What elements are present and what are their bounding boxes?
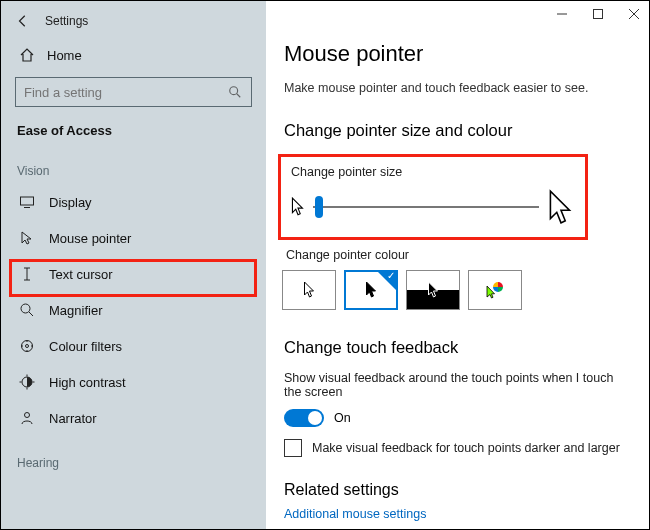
sidebar-item-label: High contrast xyxy=(49,375,126,390)
slider-thumb[interactable] xyxy=(315,196,323,218)
svg-point-20 xyxy=(25,413,30,418)
sidebar-item-label: Text cursor xyxy=(49,267,113,282)
svg-rect-2 xyxy=(21,197,34,205)
sidebar-home[interactable]: Home xyxy=(1,39,266,71)
display-icon xyxy=(19,194,35,210)
sidebar-item-label: Colour filters xyxy=(49,339,122,354)
page-subtitle: Make mouse pointer and touch feedback ea… xyxy=(284,81,625,95)
text-cursor-icon xyxy=(19,266,35,282)
cursor-large-icon xyxy=(547,189,575,225)
colour-filters-icon xyxy=(19,338,35,354)
colour-option-white[interactable] xyxy=(282,270,336,310)
toggle-knob xyxy=(308,411,322,425)
svg-rect-22 xyxy=(594,10,603,19)
sidebar-item-colour-filters[interactable]: Colour filters xyxy=(1,328,266,364)
svg-point-9 xyxy=(22,341,33,352)
sidebar-item-label: Mouse pointer xyxy=(49,231,131,246)
sidebar-item-label: Magnifier xyxy=(49,303,102,318)
search-input[interactable] xyxy=(15,77,252,107)
slider-track xyxy=(313,206,539,208)
sidebar-item-mouse-pointer[interactable]: Mouse pointer xyxy=(1,220,266,256)
sidebar-item-display[interactable]: Display xyxy=(1,184,266,220)
darker-larger-label: Make visual feedback for touch points da… xyxy=(312,441,620,455)
colour-option-custom[interactable] xyxy=(468,270,522,310)
colour-option-black[interactable] xyxy=(344,270,398,310)
sidebar-item-magnifier[interactable]: Magnifier xyxy=(1,292,266,328)
pointer-size-label: Change pointer size xyxy=(291,165,575,179)
high-contrast-icon xyxy=(19,374,35,390)
back-button[interactable] xyxy=(15,13,31,29)
touch-feedback-desc: Show visual feedback around the touch po… xyxy=(284,371,625,399)
colour-option-inverted[interactable] xyxy=(406,270,460,310)
toggle-state-label: On xyxy=(334,411,351,425)
related-settings-title: Related settings xyxy=(284,481,625,499)
sidebar-group-hearing: Hearing xyxy=(1,436,266,476)
svg-point-0 xyxy=(230,87,238,95)
svg-point-10 xyxy=(26,345,29,348)
sidebar-home-label: Home xyxy=(47,48,82,63)
magnifier-icon xyxy=(19,302,35,318)
sidebar-group-vision: Vision xyxy=(1,144,266,184)
svg-point-7 xyxy=(21,304,30,313)
darker-larger-checkbox[interactable] xyxy=(284,439,302,457)
additional-mouse-settings-link[interactable]: Additional mouse settings xyxy=(284,507,625,521)
sidebar-item-text-cursor[interactable]: Text cursor xyxy=(1,256,266,292)
sidebar-item-narrator[interactable]: Narrator xyxy=(1,400,266,436)
cursor-small-icon xyxy=(291,197,305,217)
page-title: Mouse pointer xyxy=(284,41,625,67)
sidebar-item-label: Narrator xyxy=(49,411,97,426)
window-title: Settings xyxy=(45,14,88,28)
close-button[interactable] xyxy=(627,7,641,21)
sidebar-item-high-contrast[interactable]: High contrast xyxy=(1,364,266,400)
pointer-colour-label: Change pointer colour xyxy=(286,248,623,262)
pointer-size-slider[interactable] xyxy=(313,197,539,217)
narrator-icon xyxy=(19,410,35,426)
svg-line-8 xyxy=(29,312,33,316)
minimize-button[interactable] xyxy=(555,7,569,21)
sidebar-section-title: Ease of Access xyxy=(1,117,266,144)
mouse-pointer-icon xyxy=(19,230,35,246)
svg-line-1 xyxy=(237,94,241,98)
sidebar-item-label: Display xyxy=(49,195,92,210)
highlight-pointer-size: Change pointer size xyxy=(278,154,588,240)
home-icon xyxy=(19,47,35,63)
section-touch-title: Change touch feedback xyxy=(284,338,625,357)
search-icon xyxy=(228,85,242,99)
section-size-title: Change pointer size and colour xyxy=(284,121,625,140)
maximize-button[interactable] xyxy=(591,7,605,21)
touch-feedback-toggle[interactable] xyxy=(284,409,324,427)
